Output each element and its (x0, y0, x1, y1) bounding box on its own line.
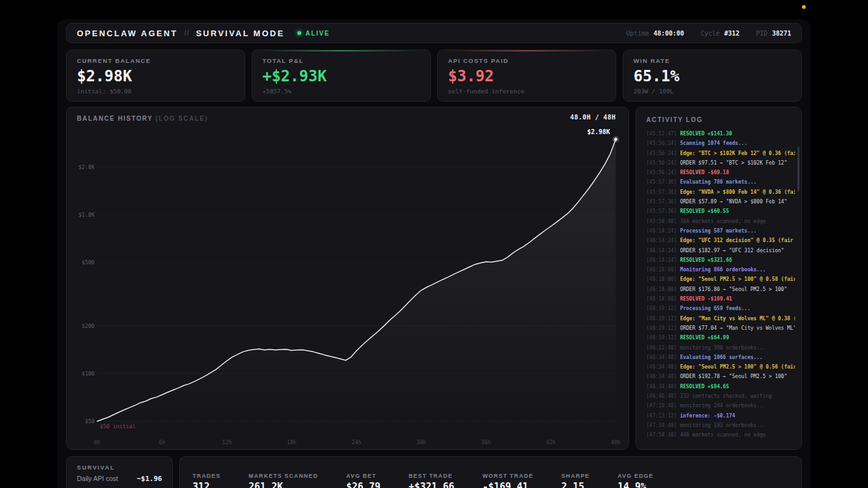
svg-text:$1.0K: $1.0K (78, 212, 95, 218)
card-value: $2.98K (77, 67, 234, 85)
svg-text:42h: 42h (546, 439, 555, 445)
card-label: TOTAL P&L (262, 57, 420, 64)
log-entry: [45:57:36]Edge: "NVDA > $800 Feb 14" @ 0… (646, 187, 795, 197)
svg-text:6h: 6h (159, 439, 165, 445)
activity-log-title: ACTIVITY LOG (646, 116, 801, 123)
pid: PID38271 (756, 30, 791, 37)
log-entry: [45:57:36]Evaluating 786 markets... (646, 177, 795, 187)
stat-cards-row: CURRENT BALANCE $2.98K initial: $50.00 T… (66, 50, 802, 102)
uptime: Uptime48:00:00 (626, 30, 684, 37)
log-entry: [47:34:48]monitoring 193 orderbooks... (646, 421, 795, 430)
stats-panel: TRADES 312 MARKETS SCANNED 261.2K AVG BE… (179, 456, 802, 488)
log-entry: [47:13:12]inference: -$0.174 (646, 411, 795, 421)
row-label: Daily API cost (77, 475, 118, 482)
log-entry: [46:18:00]RESOLVED -$169.41 (646, 294, 795, 304)
svg-text:$2.98K: $2.98K (587, 128, 610, 135)
scrollbar-thumb[interactable] (797, 147, 799, 191)
log-entry: [46:14:24]Processing 587 markets... (646, 226, 795, 236)
svg-text:0h: 0h (94, 439, 100, 445)
stat-best-trade: BEST TRADE +$321.66 (409, 473, 454, 488)
log-entry: [46:19:12]ORDER $77.04 → "Man City vs Wo… (646, 323, 795, 333)
dashboard: OPENCLAW AGENT // SURVIVAL MODE ALIVE Up… (57, 19, 811, 488)
balance-line-chart: $2.0K$1.0K$500$200$100$500h6h12h18h24h30… (67, 107, 630, 451)
log-entry: [47:58:48]448 markets scanned, no edge (646, 430, 795, 440)
card-sub: self-funded inference (448, 88, 606, 95)
stat-markets-scanned: MARKETS SCANNED 261.2K (248, 473, 318, 488)
card-current-balance: CURRENT BALANCE $2.98K initial: $50.00 (66, 50, 245, 102)
svg-text:$200: $200 (82, 323, 95, 329)
log-entry: [45:52:47]RESOLVED +$141.30 (646, 129, 795, 139)
card-label: CURRENT BALANCE (77, 57, 234, 64)
stat-avg-bet: AVG BET $26.79 (346, 473, 381, 488)
log-entry: [46:34:48]Edge: "Seoul PM2.5 > 100" @ 0.… (646, 362, 795, 372)
activity-log-list[interactable]: [45:52:47]RESOLVED +$141.30[45:56:24]Sca… (646, 129, 801, 442)
log-entry: [45:57:36]RESOLVED +$60.55 (646, 207, 795, 216)
svg-text:$50: $50 (85, 418, 95, 424)
card-win-rate: WIN RATE 65.1% 203W / 109L (623, 50, 802, 102)
stat-avg-edge: AVG EDGE 14.9% (618, 473, 653, 488)
svg-text:12h: 12h (222, 439, 231, 445)
svg-text:$50 initial: $50 initial (100, 423, 135, 430)
svg-text:48h: 48h (611, 439, 620, 445)
log-entry: [46:18:00]ORDER $176.80 → "Seoul PM2.5 >… (646, 285, 795, 294)
survival-panel: SURVIVAL Daily API cost ~$1.96 Runway 15… (66, 456, 173, 488)
card-sub: initial: $50.00 (77, 88, 234, 95)
survival-title: SURVIVAL (77, 464, 162, 471)
log-entry: [46:34:48]Evaluating 1066 surfaces... (646, 353, 795, 362)
log-entry: [46:14:24]Edge: "UFC 312 decision" @ 0.3… (646, 236, 795, 245)
status-badge: ALIVE (297, 30, 330, 37)
log-entry: [47:10:48]monitoring 244 orderbooks... (646, 401, 795, 410)
log-entry: [45:56:24]Scanning 1074 feeds... (646, 139, 795, 148)
daily-api-cost-row: Daily API cost ~$1.96 (77, 475, 162, 483)
log-entry: [46:34:48]RESOLVED +$84.65 (646, 382, 795, 391)
log-entry: [46:18:00]Monitoring 866 orderbooks... (646, 265, 795, 274)
svg-text:36h: 36h (481, 439, 491, 445)
log-entry: [46:14:24]ORDER $182.97 → "UFC 312 decis… (646, 246, 795, 255)
log-entry: [45:56:24]Edge: "BTC > $102K Feb 12" @ 0… (646, 149, 795, 158)
card-api-costs: API COSTS PAID $3.92 self-funded inferen… (437, 50, 616, 102)
svg-text:$100: $100 (82, 370, 95, 377)
card-value: +$2.93K (262, 67, 420, 85)
log-entry: [45:56:24]ORDER $97.51 → "BTC > $102K Fe… (646, 158, 795, 168)
bottom-row: SURVIVAL Daily API cost ~$1.96 Runway 15… (66, 456, 802, 488)
recording-indicator-dot (802, 5, 806, 9)
card-label: API COSTS PAID (448, 57, 606, 64)
svg-text:24h: 24h (351, 439, 361, 445)
stat-sharpe: SHARPE 2.15 (561, 473, 590, 488)
card-value: $3.92 (448, 67, 606, 85)
log-entry: [46:46:48]233 contracts checked, waiting (646, 391, 795, 401)
log-entry: [46:18:00]Edge: "Seoul PM2.5 > 100" @ 0.… (646, 274, 795, 284)
header-bar: OPENCLAW AGENT // SURVIVAL MODE ALIVE Up… (66, 23, 802, 43)
card-total-pnl: TOTAL P&L +$2.93K +5857.5% (252, 50, 431, 102)
log-entry: [45:57:36]ORDER $57.89 → "NVDA > $800 Fe… (646, 197, 795, 207)
card-value: 65.1% (634, 67, 791, 85)
app-title: OPENCLAW AGENT (77, 29, 178, 38)
main-row: BALANCE HISTORY (LOG SCALE) 48.0H / 48H … (66, 107, 802, 450)
mode-title: SURVIVAL MODE (196, 29, 284, 38)
activity-log-panel: ACTIVITY LOG [45:52:47]RESOLVED +$141.30… (635, 107, 802, 450)
log-entry: [46:14:24]RESOLVED +$321.66 (646, 255, 795, 265)
stat-trades: TRADES 312 (193, 473, 220, 488)
stat-worst-trade: WORST TRADE -$169.41 (482, 473, 533, 488)
svg-text:30h: 30h (416, 439, 426, 445)
card-sub: 203W / 109L (634, 88, 791, 95)
svg-text:$500: $500 (82, 259, 95, 266)
log-entry: [46:34:48]ORDER $192.78 → "Seoul PM2.5 >… (646, 372, 795, 381)
log-entry: [45:56:24]RESOLVED -$69.18 (646, 168, 795, 177)
balance-history-panel: BALANCE HISTORY (LOG SCALE) 48.0H / 48H … (66, 107, 629, 450)
card-label: WIN RATE (634, 57, 791, 64)
cycle: Cycle#312 (701, 30, 740, 37)
log-entry: [46:19:12]Edge: "Man City vs Wolves ML" … (646, 314, 795, 323)
alive-status-label: ALIVE (306, 30, 330, 37)
card-sub: +5857.5% (262, 88, 420, 95)
log-entry: [46:22:48]monitoring 390 orderbooks... (646, 343, 795, 353)
log-entry: [46:19:12]RESOLVED +$64.99 (646, 333, 795, 342)
title-separator: // (184, 29, 190, 37)
header-metrics: Uptime48:00:00 Cycle#312 PID38271 (626, 30, 791, 37)
log-entry: [45:58:48]164 markets scanned, no edge (646, 217, 795, 226)
svg-text:18h: 18h (287, 439, 296, 445)
row-value: ~$1.96 (137, 475, 162, 483)
log-entry: [46:19:12]Processing 659 feeds... (646, 304, 795, 313)
alive-status-icon (297, 31, 301, 35)
svg-text:$2.0K: $2.0K (78, 164, 95, 170)
